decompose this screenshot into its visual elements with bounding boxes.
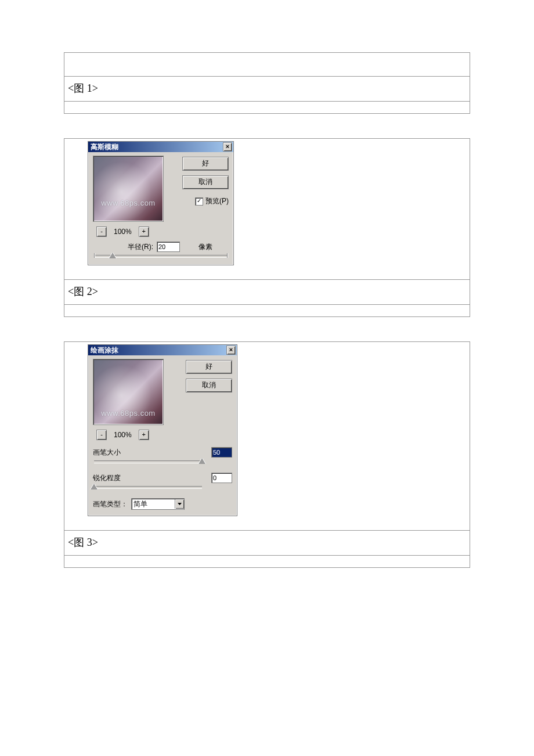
close-button[interactable]: × <box>226 345 236 355</box>
figure-2-caption: <图 2> <box>64 279 470 304</box>
figure-1-caption: <图 1> <box>64 76 470 101</box>
dialog-title: 高斯模糊 <box>91 142 118 152</box>
cancel-button[interactable]: 取消 <box>182 175 229 189</box>
close-button[interactable]: × <box>223 142 232 152</box>
radius-input[interactable]: 20 <box>157 242 180 252</box>
zoom-value: 100% <box>114 431 132 439</box>
zoom-in-button[interactable]: + <box>139 226 149 237</box>
sharpen-slider[interactable] <box>94 484 202 491</box>
figure-3-card: 绘画涂抹 × www.68ps.com 好 取消 - 100% + <box>64 341 470 568</box>
paint-daubs-dialog: 绘画涂抹 × www.68ps.com 好 取消 - 100% + <box>88 344 237 516</box>
checkbox-icon[interactable]: ✓ <box>195 197 203 206</box>
gaussian-blur-dialog: 高斯模糊 × www.68ps.com 好 取消 ✓ 预览(P) <box>88 141 234 265</box>
dropdown-arrow-icon[interactable] <box>175 499 184 509</box>
zoom-value: 100% <box>114 228 132 236</box>
figure-1-card: <图 1> <box>64 52 470 114</box>
ok-button[interactable]: 好 <box>186 360 232 374</box>
preview-watermark: www.68ps.com <box>93 409 163 417</box>
brush-type-select[interactable]: 简单 <box>131 498 185 510</box>
slider-thumb-icon[interactable] <box>109 253 116 258</box>
preview-checkbox-row[interactable]: ✓ 预览(P) <box>195 196 229 206</box>
cancel-button[interactable]: 取消 <box>186 379 232 393</box>
preview-thumbnail: www.68ps.com <box>93 359 164 425</box>
figure-3-caption: <图 3> <box>64 530 470 555</box>
sharpen-label: 锐化程度 <box>93 473 127 483</box>
brush-type-value: 简单 <box>132 499 175 509</box>
ok-button[interactable]: 好 <box>182 157 229 171</box>
sharpen-input[interactable]: 0 <box>211 473 232 483</box>
figure-2-card: 高斯模糊 × www.68ps.com 好 取消 ✓ 预览(P) <box>64 138 470 317</box>
brush-type-label: 画笔类型： <box>93 499 128 509</box>
brush-size-label: 画笔大小 <box>93 448 127 458</box>
radius-label: 半径(R): <box>128 242 153 252</box>
slider-thumb-icon[interactable] <box>91 484 98 489</box>
svg-marker-0 <box>178 503 182 505</box>
radius-unit: 像素 <box>199 242 212 252</box>
preview-thumbnail: www.68ps.com <box>93 156 164 222</box>
brush-size-input[interactable]: 50 <box>211 447 232 458</box>
preview-watermark: www.68ps.com <box>93 199 163 207</box>
dialog-titlebar[interactable]: 绘画涂抹 × <box>88 345 237 355</box>
dialog-title: 绘画涂抹 <box>91 345 118 355</box>
zoom-out-button[interactable]: - <box>96 430 107 440</box>
zoom-in-button[interactable]: + <box>139 430 149 440</box>
radius-slider[interactable] <box>94 253 228 260</box>
preview-checkbox-label: 预览(P) <box>205 196 229 206</box>
brush-size-slider[interactable] <box>94 459 202 466</box>
zoom-out-button[interactable]: - <box>96 226 107 237</box>
slider-thumb-icon[interactable] <box>199 458 205 464</box>
dialog-titlebar[interactable]: 高斯模糊 × <box>88 142 233 152</box>
